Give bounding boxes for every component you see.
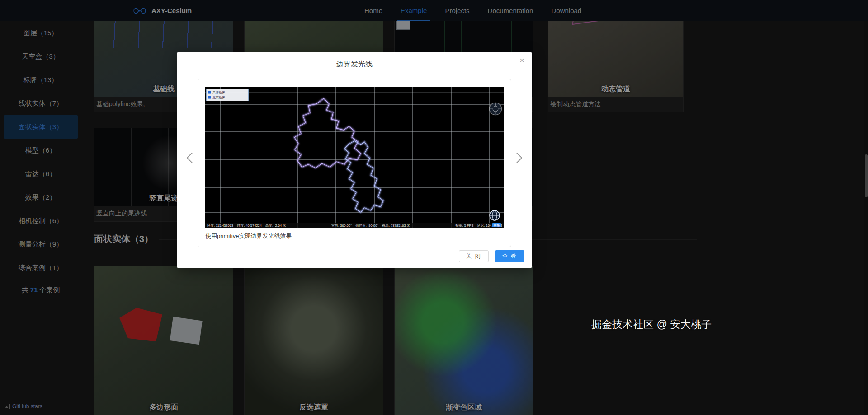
example-caption: 使用primitive实现边界发光线效果 [205, 232, 504, 240]
carousel-next-icon[interactable] [511, 152, 522, 163]
base-layer-picker-globe-icon[interactable] [489, 210, 500, 221]
legend-label: 北京边界 [212, 95, 225, 100]
watermark-text: 掘金技术社区 @ 安大桃子 [591, 317, 712, 331]
close-icon[interactable]: × [519, 56, 524, 65]
view-button[interactable]: 查 看 [495, 250, 524, 262]
boundary-legend: 天津边界 北京边界 [206, 89, 249, 101]
legend-label: 天津边界 [212, 90, 225, 95]
cesium-viewer-preview[interactable]: 天津边界 北京边界 [205, 87, 504, 228]
viewer-status-bar: 经度: 115.453063 纬度: 40.574224 高度: -2.64 米… [205, 223, 504, 228]
app-root: 基础线 基础polyline效果, 动态管道 绘制动态管道方法 竖直尾迹 竖直向… [0, 0, 868, 415]
legend-item-beijing[interactable]: 北京边界 [208, 95, 247, 100]
status-altitude: 高度: -2.64 米 [265, 224, 286, 228]
status-pitch: 俯仰角: -90.00° [355, 224, 378, 228]
status-longitude: 经度: 115.453063 [207, 224, 233, 228]
map-graticule-and-boundaries [205, 87, 504, 228]
status-fps: 帧率: 5 FPS [456, 224, 474, 228]
compass-navigation-icon[interactable] [489, 102, 502, 116]
checkbox-icon[interactable] [208, 96, 211, 99]
status-view-height: 视高: 78785163 米 [382, 224, 410, 228]
modal-title: 边界发光线 [177, 52, 532, 69]
status-heading: 方向: 360.00° [331, 224, 352, 228]
selected-layer-badge: 网格 [492, 223, 501, 227]
modal-footer: 关 闭 查 看 [459, 250, 524, 262]
legend-item-tianjin[interactable]: 天津边界 [208, 90, 247, 95]
close-button[interactable]: 关 闭 [459, 250, 488, 262]
carousel-prev-icon[interactable] [186, 152, 197, 163]
status-latitude: 纬度: 40.574224 [237, 224, 262, 228]
status-camera-group: 方向: 360.00° 俯仰角: -90.00° 视高: 78785163 米 [331, 224, 410, 228]
preview-frame: 天津边界 北京边界 [198, 79, 511, 247]
status-position-group: 经度: 115.453063 纬度: 40.574224 高度: -2.64 米 [207, 224, 286, 228]
example-preview-modal: 边界发光线 × [177, 52, 532, 268]
checkbox-icon[interactable] [208, 91, 211, 94]
